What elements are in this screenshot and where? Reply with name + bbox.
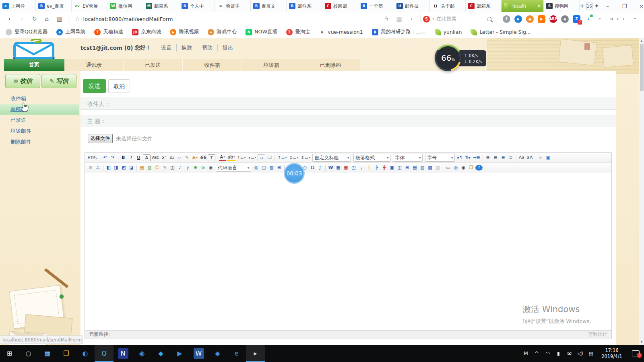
screen-recorder-timer[interactable]: 00:03 <box>284 163 305 184</box>
browser-tab[interactable]: B ev_百度 × <box>36 0 72 12</box>
tray-icon[interactable]: ✉ <box>564 350 575 356</box>
taskbar-app-icon[interactable]: ◆ <box>151 345 170 362</box>
tray-icon[interactable]: ▮ <box>553 350 564 356</box>
bookmark-item[interactable]: + 游戏中心 <box>208 29 237 35</box>
toolbar-icon[interactable] <box>535 155 535 161</box>
extension-icon[interactable]: i <box>503 15 510 23</box>
toolbar-icon[interactable] <box>217 155 217 161</box>
toolbar-icon[interactable]: a <box>258 154 265 161</box>
sidebar-action-button[interactable]: ✎ 写信 <box>41 74 76 88</box>
bookmark-item[interactable]: N NOW直播 <box>246 29 277 35</box>
taskbar-app-icon[interactable]: W <box>189 345 208 362</box>
toolbar-icon[interactable] <box>118 155 118 161</box>
toolbar-icon[interactable]: ✱ <box>191 154 198 161</box>
tray-icon[interactable]: ^ <box>531 350 542 356</box>
taskbar-app-icon[interactable]: e <box>227 345 246 362</box>
toolbar-icon[interactable]: 1≡ <box>236 154 246 161</box>
folder-item[interactable]: 删除邮件 <box>0 136 79 147</box>
toolbar-icon[interactable]: ↧≡ <box>288 154 299 161</box>
toolbar-icon[interactable]: A <box>143 154 151 161</box>
nav-tool-icon[interactable]: ▦ <box>393 15 405 23</box>
mail-tab[interactable]: 收件箱 <box>183 59 242 71</box>
chevron-down-icon[interactable]: ▾ <box>432 17 434 21</box>
toolbar-icon[interactable]: ╟ <box>373 164 380 171</box>
toolbar-icon[interactable]: ? <box>475 165 483 171</box>
toolbar-icon[interactable]: ◎ <box>452 164 459 171</box>
mail-tab[interactable]: 首页 <box>4 59 64 71</box>
maximize-button[interactable]: ❐ <box>616 0 633 12</box>
toolbar-icon[interactable]: ↥≡ <box>277 154 287 161</box>
mail-tab[interactable]: 垃圾箱 <box>242 59 301 71</box>
extension-icon[interactable]: ▶ <box>538 15 545 23</box>
toolbar-icon[interactable]: ◍ <box>253 164 260 171</box>
taskbar-app-icon[interactable]: ◆ <box>208 345 227 362</box>
toolbar-icon[interactable] <box>275 155 275 161</box>
toolbar-icon[interactable]: G <box>200 164 206 171</box>
toolbar-icon[interactable]: ¶◂ <box>464 154 471 161</box>
taskbar-app-icon[interactable]: ⊞ <box>0 345 19 362</box>
toolbar-icon[interactable]: ↷ <box>109 154 116 161</box>
folder-item[interactable]: 垃圾邮件 <box>0 125 79 136</box>
toolbar-icon[interactable]: ▥ <box>146 164 153 171</box>
tray-icon[interactable]: M <box>520 350 531 356</box>
toolbar-icon[interactable]: ◩ <box>120 164 127 171</box>
toolbar-icon[interactable]: ∮ <box>184 164 191 171</box>
toolbar-icon[interactable]: ❐ <box>468 164 475 171</box>
bookmark-item[interactable]: JD 京东商城 <box>132 29 161 35</box>
subject-input[interactable]: 主 题 : <box>80 115 616 127</box>
scroll-up-arrow[interactable]: ▲ <box>639 39 644 43</box>
browser-tab[interactable]: e 上网导 × <box>0 0 36 12</box>
cancel-button[interactable]: 取消 <box>108 79 130 93</box>
folder-item[interactable]: 草稿箱 <box>0 104 79 115</box>
folder-item[interactable]: 已发送 <box>0 115 79 125</box>
bookmark-item[interactable]: T 爱淘宝 <box>286 29 310 35</box>
browser-tab[interactable]: B 一个简 × <box>358 0 394 12</box>
toolbar-icon[interactable]: T <box>208 154 215 161</box>
choose-file-button[interactable]: 选择文件 <box>88 134 113 143</box>
tray-icon[interactable]: ◁) <box>575 350 586 356</box>
toolbar-icon[interactable]: ∞ <box>537 154 544 161</box>
page-scrollbar[interactable]: ▲ ▼ <box>639 38 644 345</box>
bookmark-star-icon[interactable]: ☆ <box>75 16 80 22</box>
toolbar-icon[interactable]: aA <box>526 154 533 161</box>
toolbar-dropdown[interactable]: 段落格式 ▾ <box>353 154 390 162</box>
toolbar-icon[interactable]: ⊟ <box>404 164 411 171</box>
browser-tab[interactable]: ev EV录屏 × <box>72 0 107 12</box>
extension-icon[interactable]: ▣ <box>526 15 534 23</box>
toolbar-dropdown[interactable]: 字体 ▾ <box>393 154 423 162</box>
toolbar-icon[interactable]: ❏ <box>266 154 273 161</box>
toolbar-icon[interactable]: ♪ <box>177 164 184 171</box>
toolbar-icon[interactable]: Ω <box>309 164 316 171</box>
toolbar-icon[interactable]: A <box>219 154 226 161</box>
browser-tab[interactable]: S 搜狗网 × <box>544 0 580 12</box>
toolbar-icon[interactable]: ◫ <box>169 164 176 171</box>
toolbar-icon[interactable]: ◨ <box>113 164 120 171</box>
nav-icon[interactable]: ↻ <box>28 15 41 23</box>
browser-tab[interactable]: B 邮件系 × <box>287 0 322 12</box>
bookmark-item[interactable]: yunlian <box>435 29 462 35</box>
skin-wardrobe-icon[interactable]: ✦ <box>594 0 599 12</box>
tray-icon[interactable]: ▤ <box>586 350 597 356</box>
search-placeholder[interactable]: 在此搜索 <box>436 16 485 23</box>
extension-icon[interactable]: Z 2 <box>573 15 580 23</box>
toolbar-icon[interactable] <box>516 155 516 161</box>
new-tab-button[interactable]: + <box>580 0 585 12</box>
header-link[interactable]: 设置 <box>156 44 176 51</box>
toolbar-icon[interactable]: ▸¶ <box>456 154 463 161</box>
toolbar-icon[interactable] <box>136 165 137 171</box>
toolbar-icon[interactable]: ≣ <box>508 154 514 161</box>
toolbar-icon[interactable]: ↶ <box>102 154 109 161</box>
minimize-button[interactable]: – <box>599 0 616 12</box>
toolbar-icon[interactable] <box>483 155 483 161</box>
toolbar-icon[interactable]: ◧ <box>105 164 112 171</box>
nav-icon[interactable]: ‹ <box>3 15 16 23</box>
browser-tab[interactable]: () 关于邮 × <box>430 0 466 12</box>
bookmark-item[interactable]: B 我的考研之路：二... <box>372 29 426 35</box>
toolbar-icon[interactable]: ▥ <box>419 164 426 171</box>
toolbar-icon[interactable]: ≡ <box>485 154 491 161</box>
toolbar-icon[interactable]: ◉ <box>460 164 467 171</box>
toolbar-icon[interactable]: x² <box>161 154 167 161</box>
toolbar-icon[interactable]: ↕≡ <box>300 154 311 161</box>
toolbar-icon[interactable]: ⚓ <box>95 164 101 171</box>
close-button[interactable]: × <box>633 0 644 12</box>
